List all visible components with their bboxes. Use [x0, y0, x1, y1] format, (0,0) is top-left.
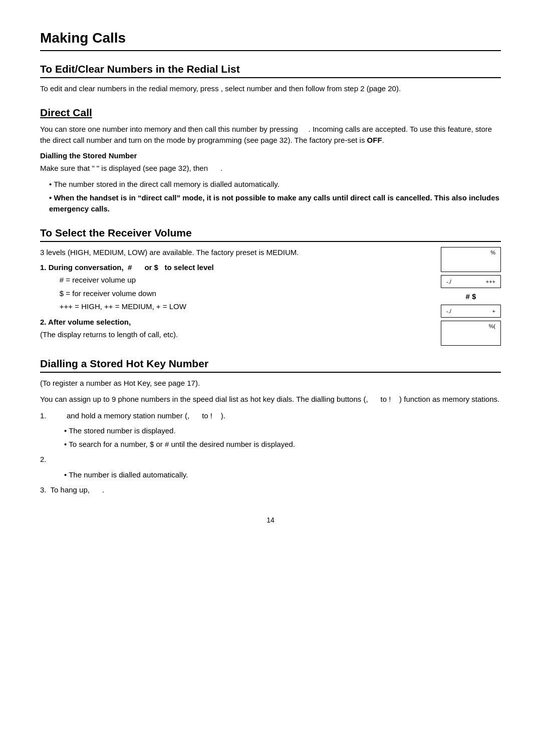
direct-call-title: Direct Call	[40, 107, 92, 119]
page-number: 14	[40, 516, 501, 524]
section-direct-call: Direct Call You can store one number int…	[40, 107, 501, 215]
section-redial: To Edit/Clear Numbers in the Redial List…	[40, 63, 501, 95]
dialling-step2: 2.	[40, 454, 501, 465]
section-receiver-volume: To Select the Receiver Volume 3 levels (…	[40, 227, 501, 346]
dialling-stored-body: Make sure that " " is displayed (see pag…	[40, 163, 501, 174]
direct-call-bullet1: • The number stored in the direct call m…	[49, 179, 501, 190]
symbols-desc: +++ = HIGH, ++ = MEDIUM, + = LOW	[49, 301, 426, 313]
hash-desc: # = receiver volume up	[49, 275, 426, 286]
dialling-intro: (To register a number as Hot Key, see pa…	[40, 378, 501, 389]
step1-bullet2: • To search for a number, $ or # until t…	[64, 439, 501, 450]
step1-heading: 1. During conversation, # or $ to select…	[40, 263, 426, 272]
button-box-3: -./ +	[441, 305, 501, 318]
button-diagrams: % -./ +++ # $ -./ +	[441, 247, 501, 346]
step2-bullets: • The number is dialled automatically.	[55, 469, 501, 481]
title-divider	[40, 50, 501, 51]
redial-section-title: To Edit/Clear Numbers in the Redial List	[40, 63, 501, 78]
redial-body: To edit and clear numbers in the redial …	[40, 83, 501, 95]
btn1-top-label: %	[446, 249, 495, 256]
dialling-step1: 1. and hold a memory station number (, t…	[40, 410, 501, 422]
dialling-step3: 3. To hang up, .	[40, 484, 501, 496]
page-title-section: Making Calls	[40, 30, 501, 51]
step3-text: 3. To hang up, .	[40, 484, 104, 496]
step2-body: (The display returns to length of call, …	[40, 329, 426, 341]
dialling-title: Dialling a Stored Hot Key Number	[40, 358, 501, 373]
section-dialling: Dialling a Stored Hot Key Number (To reg…	[40, 358, 501, 496]
button-box-2: -./ +++	[441, 275, 501, 288]
direct-call-bold-bullet: • When the handset is in “direct call” m…	[49, 192, 501, 215]
step2-num: 2.	[40, 454, 50, 465]
step1-num: 1.	[40, 410, 50, 422]
btn4-label: %(	[446, 323, 495, 329]
step1-text: and hold a memory station number (, to !…	[54, 410, 225, 422]
btn2-labels: -./ +++	[446, 278, 495, 286]
dialling-body: You can assign up to 9 phone numbers in …	[40, 394, 501, 405]
dollar-desc: $ = for receiver volume down	[49, 288, 426, 300]
step2-bullet1: • The number is dialled automatically.	[64, 469, 501, 481]
hash-dollar-label: # $	[441, 292, 501, 301]
dialling-stored-heading: Dialling the Stored Number	[40, 151, 501, 160]
button-box-1: %	[441, 247, 501, 272]
step1-bullets: • The stored number is displayed. • To s…	[55, 425, 501, 450]
button-box-4: %(	[441, 321, 501, 346]
receiver-volume-text-col: 3 levels (HIGH, MEDIUM, LOW) are availab…	[40, 247, 426, 346]
step2-heading: 2. After volume selection,	[40, 318, 426, 326]
direct-call-body: You can store one number into memory and…	[40, 124, 501, 146]
receiver-volume-title: To Select the Receiver Volume	[40, 227, 501, 242]
step1-bullet1: • The stored number is displayed.	[64, 425, 501, 437]
receiver-volume-body: 3 levels (HIGH, MEDIUM, LOW) are availab…	[40, 247, 426, 259]
page-title: Making Calls	[40, 30, 501, 46]
btn3-labels: -./ +	[446, 307, 495, 315]
off-label: OFF	[367, 136, 382, 144]
receiver-volume-layout: 3 levels (HIGH, MEDIUM, LOW) are availab…	[40, 247, 501, 346]
